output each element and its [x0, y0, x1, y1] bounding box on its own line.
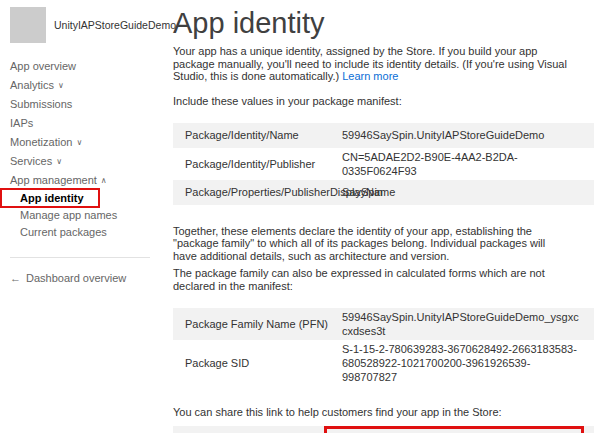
- sidebar-item-dashboard-overview[interactable]: ←Dashboard overview: [10, 272, 164, 284]
- calculated-forms-paragraph: The package family can also be expressed…: [173, 267, 571, 292]
- chevron-up-icon: ∧: [101, 176, 107, 185]
- sidebar-item-analytics[interactable]: Analytics∨: [10, 76, 164, 95]
- sidebar-item-app-overview[interactable]: App overview: [10, 57, 164, 76]
- share-caption: You can share this link to help customer…: [173, 406, 594, 418]
- table-row: URL for Windows 10 https://www.microsoft…: [173, 426, 594, 433]
- app-icon: [10, 7, 46, 43]
- manifest-caption: Include these values in your package man…: [173, 95, 594, 107]
- calculated-table: Package Family Name (PFN) 59946SaySpin.U…: [173, 308, 594, 386]
- annotation-highlight-box: https://www.microsoft.com/store/apps/9nb…: [324, 426, 584, 433]
- table-row: Package SID S-1-15-2-780639283-367062849…: [173, 340, 594, 386]
- sidebar-item-monetization[interactable]: Monetization∨: [10, 133, 164, 152]
- row-label: Package SID: [173, 357, 342, 369]
- table-row: Package/Properties/PublisherDisplayName …: [173, 180, 594, 205]
- row-value: 59946SaySpin.UnityIAPStoreGuideDemo: [342, 128, 594, 142]
- store-url-table: URL for Windows 10 https://www.microsoft…: [173, 426, 594, 433]
- row-label: Package Family Name (PFN): [173, 318, 342, 330]
- sidebar-divider: [10, 257, 150, 258]
- chevron-down-icon: ∨: [56, 157, 62, 166]
- row-value: https://www.microsoft.com/store/apps/9nb…: [342, 428, 594, 433]
- sidebar-item-app-management[interactable]: App management∧: [10, 171, 164, 190]
- learn-more-link[interactable]: Learn more: [342, 70, 398, 82]
- app-management-sublist: App identity Manage app names Current pa…: [10, 190, 164, 241]
- chevron-down-icon: ∨: [58, 81, 64, 90]
- sidebar-item-app-identity[interactable]: App identity: [10, 190, 164, 207]
- row-label: Package/Properties/PublisherDisplayName: [173, 186, 342, 198]
- sidebar-item-submissions[interactable]: Submissions: [10, 95, 164, 114]
- table-row: Package/Identity/Name 59946SaySpin.Unity…: [173, 123, 594, 148]
- row-value: SaySpin: [342, 185, 594, 199]
- row-value: CN=5ADAE2D2-B90E-4AA2-B2DA-0335F0624F93: [342, 150, 594, 178]
- row-value: S-1-15-2-780639283-3670628492-2663183583…: [342, 342, 594, 384]
- row-label: Package/Identity/Publisher: [173, 158, 342, 170]
- sidebar-item-manage-app-names[interactable]: Manage app names: [10, 207, 164, 224]
- row-label: Package/Identity/Name: [173, 129, 342, 141]
- main-content: App identity Your app has a unique ident…: [173, 0, 594, 433]
- sidebar: UnityIAPStoreGuideDemo App overview Anal…: [0, 0, 164, 433]
- row-value: 59946SaySpin.UnityIAPStoreGuideDemo_ysgx…: [342, 310, 594, 338]
- app-header: UnityIAPStoreGuideDemo: [10, 7, 164, 43]
- identity-paragraph: Together, these elements declare the ide…: [173, 225, 571, 263]
- sidebar-item-iaps[interactable]: IAPs: [10, 114, 164, 133]
- table-row: Package Family Name (PFN) 59946SaySpin.U…: [173, 308, 594, 340]
- manifest-table: Package/Identity/Name 59946SaySpin.Unity…: [173, 123, 594, 205]
- page-title: App identity: [173, 6, 594, 40]
- sidebar-nav: App overview Analytics∨ Submissions IAPs…: [10, 57, 164, 190]
- table-row: Package/Identity/Publisher CN=5ADAE2D2-B…: [173, 148, 594, 180]
- chevron-down-icon: ∨: [76, 138, 82, 147]
- sidebar-item-current-packages[interactable]: Current packages: [10, 224, 164, 241]
- back-arrow-icon: ←: [10, 272, 21, 284]
- sidebar-item-services[interactable]: Services∨: [10, 152, 164, 171]
- intro-paragraph: Your app has a unique identity, assigned…: [173, 45, 571, 83]
- app-title: UnityIAPStoreGuideDemo: [54, 19, 176, 31]
